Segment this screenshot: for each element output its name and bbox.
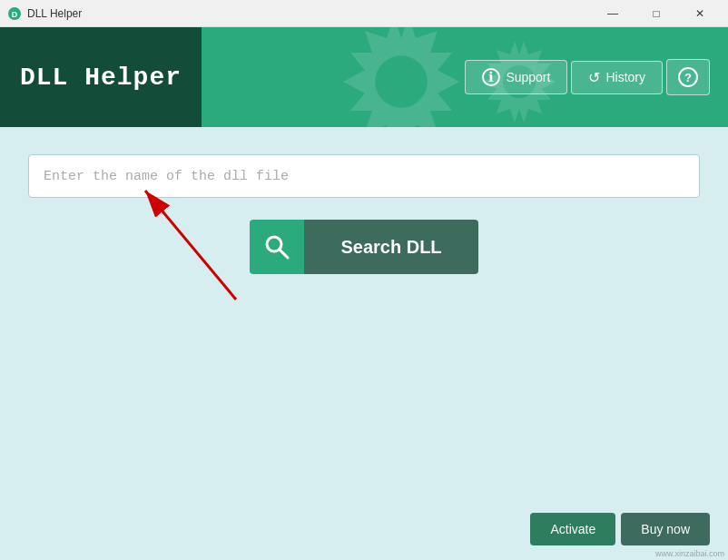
- close-button[interactable]: ✕: [679, 0, 721, 27]
- search-dll-button[interactable]: Search DLL: [250, 220, 477, 274]
- buynow-button[interactable]: Buy now: [621, 513, 710, 545]
- help-icon: ?: [678, 67, 698, 87]
- app-title: DLL Helper: [0, 27, 202, 127]
- history-label: History: [605, 70, 645, 84]
- search-input[interactable]: [28, 154, 700, 198]
- header-nav: ℹ Support ↺ History ?: [465, 59, 710, 95]
- svg-line-7: [280, 250, 288, 258]
- history-icon: ↺: [588, 69, 600, 86]
- window-controls: — □ ✕: [592, 0, 721, 27]
- search-icon: [250, 220, 304, 274]
- maximize-button[interactable]: □: [635, 0, 677, 27]
- window-chrome: D DLL Helper — □ ✕: [0, 0, 728, 27]
- svg-line-5: [145, 191, 236, 300]
- window-title: D DLL Helper: [7, 6, 82, 21]
- watermark: www.xinzaibai.com: [652, 547, 728, 560]
- gear-decoration-large: [329, 27, 474, 127]
- svg-point-2: [375, 55, 428, 108]
- bottom-bar: Activate Buy now: [530, 513, 710, 545]
- search-btn-label: Search DLL: [304, 220, 477, 274]
- support-icon: ℹ: [482, 68, 500, 86]
- support-label: Support: [506, 70, 550, 84]
- activate-button[interactable]: Activate: [530, 513, 615, 545]
- app-icon: D: [7, 6, 22, 21]
- history-button[interactable]: ↺ History: [571, 61, 663, 94]
- minimize-button[interactable]: —: [592, 0, 634, 27]
- title-text: DLL Helper: [27, 7, 82, 20]
- support-button[interactable]: ℹ Support: [465, 60, 567, 94]
- header: DLL Helper ℹ Support ↺ History ?: [0, 27, 728, 127]
- svg-text:D: D: [12, 10, 18, 19]
- main-content: Search DLL Activate Buy now www.xinzaiba…: [0, 127, 728, 560]
- help-button[interactable]: ?: [666, 59, 710, 95]
